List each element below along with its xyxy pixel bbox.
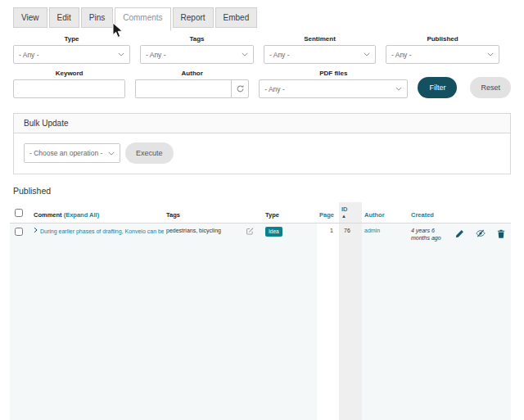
tab-view[interactable]: View — [13, 7, 47, 28]
keyword-input[interactable] — [13, 79, 125, 98]
published-filter-select[interactable]: - Any - — [386, 45, 499, 64]
type-cell: Idea — [263, 224, 317, 420]
author-sort-link[interactable]: Author — [364, 211, 385, 219]
expand-chevron-icon[interactable] — [34, 227, 38, 235]
filters-section: Type - Any - Tags - Any - Sentiment - An… — [0, 31, 524, 105]
id-sort-link[interactable]: ID — [341, 205, 348, 213]
pdf-files-select[interactable]: - Any - — [259, 79, 408, 98]
author-input[interactable] — [135, 79, 231, 98]
chevron-down-icon — [242, 52, 248, 56]
comment-row: During earlier phases of drafting, Konve… — [10, 224, 511, 420]
operation-select[interactable]: - Choose an operation - — [24, 143, 120, 163]
edit-icon-column-header — [243, 202, 263, 224]
id-column-header: ID ▲ — [339, 202, 362, 224]
page-cell: 1 — [317, 224, 339, 420]
filter-button[interactable]: Filter — [418, 77, 457, 98]
author-cell: admin — [362, 224, 409, 420]
edit-tags-icon[interactable] — [246, 230, 254, 236]
comments-table-body: During earlier phases of drafting, Konve… — [10, 224, 511, 420]
published-section-title: Published — [13, 186, 511, 196]
chevron-down-icon — [364, 52, 370, 56]
tab-report[interactable]: Report — [173, 7, 214, 28]
author-filter-label: Author — [135, 70, 249, 77]
actions-column-header — [448, 202, 511, 224]
sentiment-filter-label: Sentiment — [264, 35, 376, 43]
id-cell: 76 — [339, 224, 362, 420]
expand-all-link[interactable]: (Expand All) — [64, 211, 99, 219]
type-filter-select[interactable]: - Any - — [13, 45, 130, 64]
actions-cell — [448, 224, 511, 420]
tab-embed[interactable]: Embed — [215, 7, 258, 28]
mouse-cursor-icon — [112, 22, 124, 39]
row-checkbox[interactable] — [15, 228, 23, 236]
edit-comment-icon[interactable] — [455, 229, 464, 240]
sentiment-filter-select[interactable]: - Any - — [264, 45, 376, 64]
author-autocomplete-button[interactable] — [231, 79, 249, 98]
comments-table: Comment (Expand All) Tags Type Page ID ▲… — [10, 202, 511, 420]
chevron-down-icon — [395, 87, 402, 91]
tags-filter-select[interactable]: - Any - — [140, 45, 254, 64]
tags-filter-label: Tags — [140, 35, 254, 43]
comments-admin-page: View Edit Pins Comments Report Embed Typ… — [0, 0, 524, 420]
table-header-row: Comment (Expand All) Tags Type Page ID ▲… — [10, 202, 511, 224]
author-link[interactable]: admin — [364, 228, 380, 233]
chevron-down-icon — [108, 151, 115, 156]
tab-bar: View Edit Pins Comments Report Embed — [0, 0, 524, 31]
delete-trash-icon[interactable] — [497, 229, 505, 240]
type-badge: Idea — [265, 227, 282, 237]
type-column-header: Type — [263, 202, 317, 224]
sort-asc-icon: ▲ — [341, 214, 359, 219]
comment-link[interactable]: During earlier phases of drafting, Konve… — [40, 228, 164, 234]
unpublish-eye-slash-icon[interactable] — [476, 228, 486, 240]
execute-button[interactable]: Execute — [125, 142, 174, 164]
tab-pins[interactable]: Pins — [81, 7, 113, 28]
pdf-files-filter-label: PDF files — [259, 70, 408, 77]
tab-edit[interactable]: Edit — [49, 7, 79, 28]
page-sort-link[interactable]: Page — [319, 211, 334, 219]
keyword-filter-label: Keyword — [13, 70, 125, 77]
bulk-update-title: Bulk Update — [14, 114, 510, 133]
refresh-icon — [236, 84, 245, 93]
chevron-down-icon — [487, 52, 494, 56]
reset-button[interactable]: Reset — [470, 77, 511, 98]
tags-cell: pedestrians, bicycling — [164, 224, 243, 420]
bulk-update-panel: Bulk Update - Choose an operation - Exec… — [13, 113, 511, 174]
created-sort-link[interactable]: Created — [411, 211, 434, 219]
published-filter-label: Published — [386, 35, 499, 43]
comment-column-header: Comment (Expand All) — [31, 202, 164, 224]
tags-column-header: Tags — [164, 202, 243, 224]
created-cell: 4 years 6 months ago — [409, 224, 448, 420]
chevron-down-icon — [118, 52, 124, 56]
comment-cell: During earlier phases of drafting, Konve… — [31, 224, 164, 420]
select-all-checkbox[interactable] — [15, 209, 23, 217]
